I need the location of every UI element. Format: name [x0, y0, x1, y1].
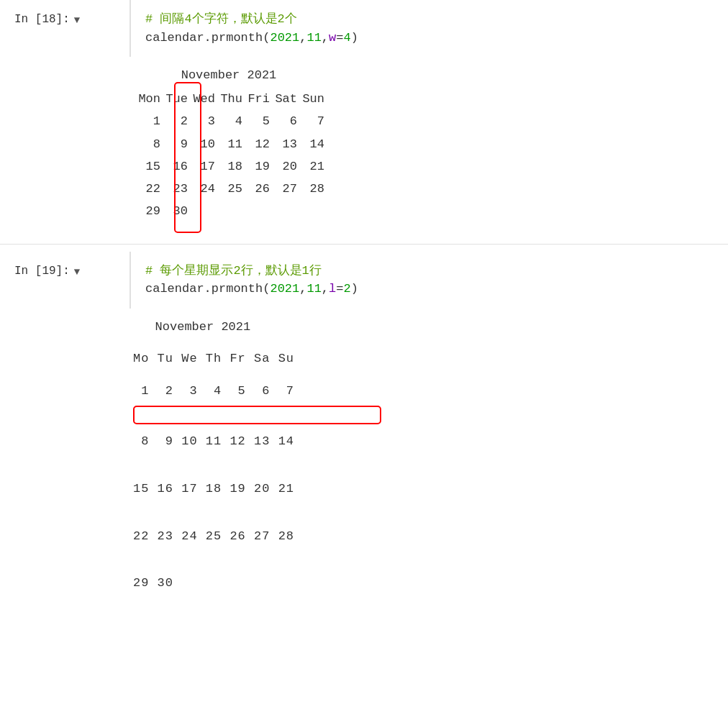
day-29: 29: [133, 200, 160, 222]
code-n3-18: 4: [343, 31, 350, 45]
day-19: 19: [242, 155, 270, 178]
day-empty1: [188, 200, 215, 222]
day-5: 5: [242, 110, 270, 132]
cal19-week3-row2: [133, 500, 714, 521]
red-box-blank-row: [133, 406, 381, 424]
day-3: 3: [188, 110, 215, 132]
cal19-title: November 2021: [133, 317, 714, 338]
code-func-19: calendar.prmonth(: [145, 282, 270, 296]
day-empty2: [215, 200, 242, 222]
divider-1: [0, 244, 728, 245]
cell-18-code: calendar.prmonth(2021,11,w=4): [145, 29, 714, 47]
day-15: 15: [133, 155, 160, 178]
day-27: 27: [270, 178, 297, 200]
week-row-4: 22 23 24 25 26 27 28: [133, 178, 324, 200]
day-14: 14: [297, 133, 324, 155]
cell-19-code: calendar.prmonth(2021,11,l=2): [145, 280, 714, 298]
calendar-19: November 2021 Mo Tu We Th Fr Sa Su 1 2 3…: [133, 317, 714, 595]
cell-19-arrow[interactable]: ▼: [74, 266, 80, 278]
col-thu: Thu: [215, 88, 242, 110]
day-2: 2: [160, 110, 188, 132]
calendar-18-header-row: Mon Tue Wed Thu Fri Sat Sun: [133, 88, 324, 110]
cell-18-label-text: In [18]:: [14, 13, 70, 26]
day-8: 8: [133, 133, 160, 155]
col-sun: Sun: [297, 88, 324, 110]
day-6: 6: [270, 110, 297, 132]
day-4: 4: [215, 110, 242, 132]
cal19-week1-row2-wrap: [133, 405, 714, 426]
cal19-week2-row2: [133, 452, 714, 473]
day-24: 24: [188, 178, 215, 200]
day-26: 26: [242, 178, 270, 200]
day-30: 30: [160, 200, 188, 222]
col-mon: Mon: [133, 88, 160, 110]
day-empty5: [297, 200, 324, 222]
day-17: 17: [188, 155, 215, 178]
cell-19-label-text: In [19]:: [14, 265, 70, 278]
code-n2-19: 11: [306, 282, 321, 296]
code-n1-18: 2021: [270, 31, 299, 45]
day-empty3: [242, 200, 270, 222]
cal19-week2-row1: 8 9 10 11 12 13 14: [133, 432, 714, 452]
day-22: 22: [133, 178, 160, 200]
week-row-3: 15 16 17 18 19 20 21: [133, 155, 324, 178]
day-23: 23: [160, 178, 188, 200]
day-25: 25: [215, 178, 242, 200]
week-row-1: 1 2 3 4 5 6 7: [133, 110, 324, 132]
code-param-18: w: [329, 31, 336, 45]
cell-18-comment: # 间隔4个字符，默认是2个: [145, 10, 714, 29]
cell-19-comment: # 每个星期显示2行，默认是1行: [145, 262, 714, 280]
day-20: 20: [270, 155, 297, 178]
day-28: 28: [297, 178, 324, 200]
code-n3-19: 2: [343, 282, 350, 296]
cal19-week3-row1: 15 16 17 18 19 20 21: [133, 479, 714, 500]
comment-text-19: # 每个星期显示2行，默认是1行: [145, 264, 322, 278]
day-21: 21: [297, 155, 324, 178]
cell-18-arrow[interactable]: ▼: [74, 14, 80, 26]
day-10: 10: [188, 133, 215, 155]
comment-text-18: # 间隔4个字符，默认是2个: [145, 12, 297, 26]
cell-18: In [18]: ▼ # 间隔4个字符，默认是2个 calendar.prmon…: [0, 0, 728, 57]
cell-18-content: # 间隔4个字符，默认是2个 calendar.prmonth(2021,11,…: [129, 0, 728, 57]
calendar-18-title: November 2021: [133, 64, 324, 88]
output-18: November 2021 Mon Tue Wed Thu Fri Sat Su…: [0, 57, 728, 244]
week-row-2: 8 9 10 11 12 13 14: [133, 133, 324, 155]
week-row-5: 29 30: [133, 200, 324, 222]
col-fri: Fri: [242, 88, 270, 110]
cal19-week4-row1: 22 23 24 25 26 27 28: [133, 526, 714, 547]
calendar-18-wrap: November 2021 Mon Tue Wed Thu Fri Sat Su…: [133, 64, 324, 222]
calendar-18-table: November 2021 Mon Tue Wed Thu Fri Sat Su…: [133, 64, 324, 222]
day-11: 11: [215, 133, 242, 155]
col-sat: Sat: [270, 88, 297, 110]
code-func-18: calendar.prmonth(: [145, 31, 270, 45]
cal19-header: Mo Tu We Th Fr Sa Su: [133, 349, 714, 370]
day-18: 18: [215, 155, 242, 178]
cell-19-content: # 每个星期显示2行，默认是1行 calendar.prmonth(2021,1…: [129, 252, 728, 309]
day-empty4: [270, 200, 297, 222]
day-7: 7: [297, 110, 324, 132]
col-wed: Wed: [188, 88, 215, 110]
code-n2-18: 11: [306, 31, 321, 45]
cell-19-label: In [19]: ▼: [0, 252, 129, 288]
day-1: 1: [133, 110, 160, 132]
cell-18-label: In [18]: ▼: [0, 0, 129, 36]
day-13: 13: [270, 133, 297, 155]
cal19-week4-row2: [133, 547, 714, 568]
col-tue: Tue: [160, 88, 188, 110]
output-19: November 2021 Mo Tu We Th Fr Sa Su 1 2 3…: [0, 309, 728, 609]
day-16: 16: [160, 155, 188, 178]
code-param-19: l: [329, 282, 336, 296]
cal19-week5-row1: 29 30: [133, 573, 714, 594]
day-12: 12: [242, 133, 270, 155]
cell-19: In [19]: ▼ # 每个星期显示2行，默认是1行 calendar.prm…: [0, 252, 728, 309]
cal19-week1-row1: 1 2 3 4 5 6 7: [133, 381, 714, 402]
calendar-18-title-row: November 2021: [133, 64, 324, 88]
day-9: 9: [160, 133, 188, 155]
code-n1-19: 2021: [270, 282, 299, 296]
